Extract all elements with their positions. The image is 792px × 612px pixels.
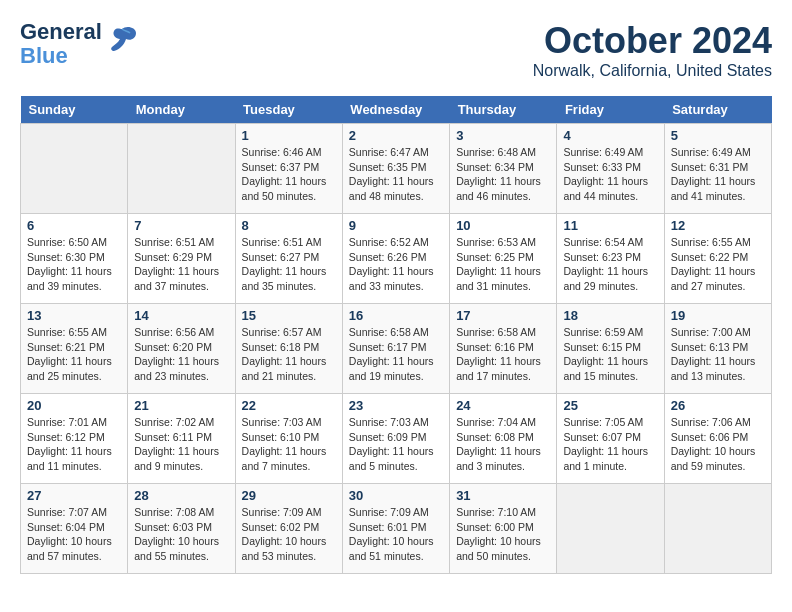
day-info: Sunrise: 6:53 AMSunset: 6:25 PMDaylight:… (456, 235, 550, 294)
calendar-table: SundayMondayTuesdayWednesdayThursdayFrid… (20, 96, 772, 574)
day-cell: 6Sunrise: 6:50 AMSunset: 6:30 PMDaylight… (21, 214, 128, 304)
day-number: 9 (349, 218, 443, 233)
day-cell: 17Sunrise: 6:58 AMSunset: 6:16 PMDayligh… (450, 304, 557, 394)
day-info: Sunrise: 6:48 AMSunset: 6:34 PMDaylight:… (456, 145, 550, 204)
day-cell: 1Sunrise: 6:46 AMSunset: 6:37 PMDaylight… (235, 124, 342, 214)
day-info: Sunrise: 7:10 AMSunset: 6:00 PMDaylight:… (456, 505, 550, 564)
logo-bird-icon (106, 25, 138, 53)
week-row-5: 27Sunrise: 7:07 AMSunset: 6:04 PMDayligh… (21, 484, 772, 574)
day-number: 31 (456, 488, 550, 503)
day-info: Sunrise: 6:49 AMSunset: 6:31 PMDaylight:… (671, 145, 765, 204)
day-info: Sunrise: 7:09 AMSunset: 6:02 PMDaylight:… (242, 505, 336, 564)
day-info: Sunrise: 7:02 AMSunset: 6:11 PMDaylight:… (134, 415, 228, 474)
week-row-3: 13Sunrise: 6:55 AMSunset: 6:21 PMDayligh… (21, 304, 772, 394)
day-cell: 4Sunrise: 6:49 AMSunset: 6:33 PMDaylight… (557, 124, 664, 214)
page-header: General Blue October 2024 Norwalk, Calif… (20, 20, 772, 80)
day-info: Sunrise: 6:51 AMSunset: 6:29 PMDaylight:… (134, 235, 228, 294)
logo-text: General Blue (20, 20, 102, 68)
day-info: Sunrise: 7:07 AMSunset: 6:04 PMDaylight:… (27, 505, 121, 564)
day-number: 24 (456, 398, 550, 413)
week-row-1: 1Sunrise: 6:46 AMSunset: 6:37 PMDaylight… (21, 124, 772, 214)
day-cell: 25Sunrise: 7:05 AMSunset: 6:07 PMDayligh… (557, 394, 664, 484)
day-info: Sunrise: 6:47 AMSunset: 6:35 PMDaylight:… (349, 145, 443, 204)
day-info: Sunrise: 7:04 AMSunset: 6:08 PMDaylight:… (456, 415, 550, 474)
day-info: Sunrise: 7:08 AMSunset: 6:03 PMDaylight:… (134, 505, 228, 564)
day-info: Sunrise: 7:03 AMSunset: 6:10 PMDaylight:… (242, 415, 336, 474)
day-number: 22 (242, 398, 336, 413)
day-cell: 24Sunrise: 7:04 AMSunset: 6:08 PMDayligh… (450, 394, 557, 484)
month-title: October 2024 (533, 20, 772, 62)
day-number: 1 (242, 128, 336, 143)
day-info: Sunrise: 6:54 AMSunset: 6:23 PMDaylight:… (563, 235, 657, 294)
weekday-header-wednesday: Wednesday (342, 96, 449, 124)
day-cell (128, 124, 235, 214)
day-info: Sunrise: 7:00 AMSunset: 6:13 PMDaylight:… (671, 325, 765, 384)
day-number: 28 (134, 488, 228, 503)
day-info: Sunrise: 7:09 AMSunset: 6:01 PMDaylight:… (349, 505, 443, 564)
day-number: 2 (349, 128, 443, 143)
day-info: Sunrise: 6:50 AMSunset: 6:30 PMDaylight:… (27, 235, 121, 294)
day-cell: 26Sunrise: 7:06 AMSunset: 6:06 PMDayligh… (664, 394, 771, 484)
day-info: Sunrise: 6:51 AMSunset: 6:27 PMDaylight:… (242, 235, 336, 294)
day-number: 23 (349, 398, 443, 413)
week-row-4: 20Sunrise: 7:01 AMSunset: 6:12 PMDayligh… (21, 394, 772, 484)
day-cell (21, 124, 128, 214)
day-info: Sunrise: 6:58 AMSunset: 6:17 PMDaylight:… (349, 325, 443, 384)
day-number: 7 (134, 218, 228, 233)
day-number: 12 (671, 218, 765, 233)
day-cell: 11Sunrise: 6:54 AMSunset: 6:23 PMDayligh… (557, 214, 664, 304)
day-info: Sunrise: 6:59 AMSunset: 6:15 PMDaylight:… (563, 325, 657, 384)
day-number: 5 (671, 128, 765, 143)
day-cell: 22Sunrise: 7:03 AMSunset: 6:10 PMDayligh… (235, 394, 342, 484)
day-number: 14 (134, 308, 228, 323)
day-number: 20 (27, 398, 121, 413)
day-cell: 30Sunrise: 7:09 AMSunset: 6:01 PMDayligh… (342, 484, 449, 574)
weekday-header-friday: Friday (557, 96, 664, 124)
day-cell: 15Sunrise: 6:57 AMSunset: 6:18 PMDayligh… (235, 304, 342, 394)
day-cell: 9Sunrise: 6:52 AMSunset: 6:26 PMDaylight… (342, 214, 449, 304)
day-number: 21 (134, 398, 228, 413)
day-number: 27 (27, 488, 121, 503)
day-number: 30 (349, 488, 443, 503)
day-cell: 29Sunrise: 7:09 AMSunset: 6:02 PMDayligh… (235, 484, 342, 574)
day-number: 6 (27, 218, 121, 233)
day-number: 8 (242, 218, 336, 233)
day-number: 11 (563, 218, 657, 233)
day-cell: 18Sunrise: 6:59 AMSunset: 6:15 PMDayligh… (557, 304, 664, 394)
day-number: 4 (563, 128, 657, 143)
day-number: 26 (671, 398, 765, 413)
day-info: Sunrise: 7:05 AMSunset: 6:07 PMDaylight:… (563, 415, 657, 474)
day-cell (557, 484, 664, 574)
day-number: 25 (563, 398, 657, 413)
weekday-header-sunday: Sunday (21, 96, 128, 124)
day-cell: 8Sunrise: 6:51 AMSunset: 6:27 PMDaylight… (235, 214, 342, 304)
day-info: Sunrise: 7:06 AMSunset: 6:06 PMDaylight:… (671, 415, 765, 474)
day-cell (664, 484, 771, 574)
day-cell: 20Sunrise: 7:01 AMSunset: 6:12 PMDayligh… (21, 394, 128, 484)
day-cell: 10Sunrise: 6:53 AMSunset: 6:25 PMDayligh… (450, 214, 557, 304)
day-info: Sunrise: 6:55 AMSunset: 6:22 PMDaylight:… (671, 235, 765, 294)
day-cell: 21Sunrise: 7:02 AMSunset: 6:11 PMDayligh… (128, 394, 235, 484)
day-cell: 16Sunrise: 6:58 AMSunset: 6:17 PMDayligh… (342, 304, 449, 394)
day-number: 3 (456, 128, 550, 143)
weekday-header-monday: Monday (128, 96, 235, 124)
location: Norwalk, California, United States (533, 62, 772, 80)
day-info: Sunrise: 6:55 AMSunset: 6:21 PMDaylight:… (27, 325, 121, 384)
weekday-header-tuesday: Tuesday (235, 96, 342, 124)
day-cell: 2Sunrise: 6:47 AMSunset: 6:35 PMDaylight… (342, 124, 449, 214)
day-number: 19 (671, 308, 765, 323)
logo: General Blue (20, 20, 138, 68)
weekday-header-saturday: Saturday (664, 96, 771, 124)
day-number: 16 (349, 308, 443, 323)
weekday-header-row: SundayMondayTuesdayWednesdayThursdayFrid… (21, 96, 772, 124)
day-info: Sunrise: 6:52 AMSunset: 6:26 PMDaylight:… (349, 235, 443, 294)
day-cell: 19Sunrise: 7:00 AMSunset: 6:13 PMDayligh… (664, 304, 771, 394)
day-cell: 13Sunrise: 6:55 AMSunset: 6:21 PMDayligh… (21, 304, 128, 394)
day-info: Sunrise: 6:56 AMSunset: 6:20 PMDaylight:… (134, 325, 228, 384)
day-number: 13 (27, 308, 121, 323)
day-info: Sunrise: 6:58 AMSunset: 6:16 PMDaylight:… (456, 325, 550, 384)
day-number: 18 (563, 308, 657, 323)
title-section: October 2024 Norwalk, California, United… (533, 20, 772, 80)
day-cell: 5Sunrise: 6:49 AMSunset: 6:31 PMDaylight… (664, 124, 771, 214)
day-cell: 27Sunrise: 7:07 AMSunset: 6:04 PMDayligh… (21, 484, 128, 574)
